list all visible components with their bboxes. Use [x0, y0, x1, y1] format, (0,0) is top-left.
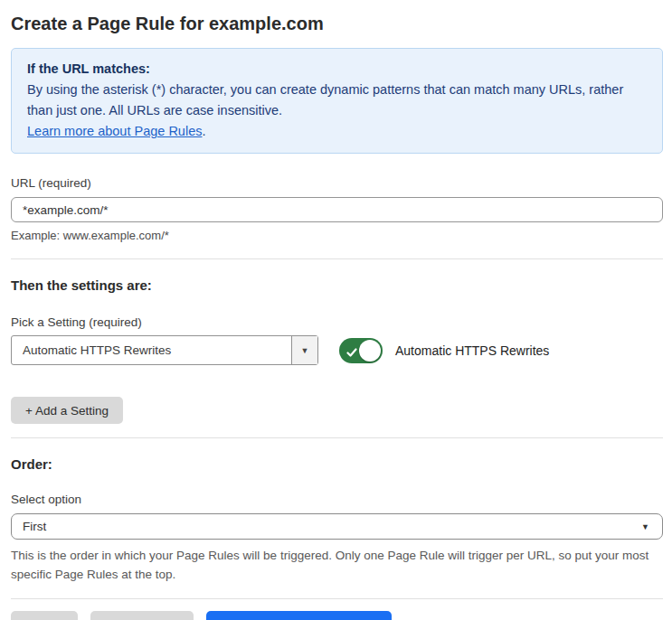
save-deploy-button[interactable]: Save and Deploy Page Rule: [206, 611, 393, 620]
url-label: URL (required): [11, 176, 663, 190]
pick-setting-label: Pick a Setting (required): [11, 315, 663, 329]
info-box-body: By using the asterisk (*) character, you…: [27, 80, 647, 121]
order-section-heading: Order:: [11, 456, 663, 472]
order-helper-text: This is the order in which your Page Rul…: [11, 546, 663, 584]
setting-dropdown[interactable]: Automatic HTTPS Rewrites ▼: [11, 335, 318, 365]
dropdown-arrow-button[interactable]: ▼: [291, 336, 317, 364]
select-option-label: Select option: [11, 493, 663, 506]
footer-actions: Cancel Save as Draft Save and Deploy Pag…: [11, 611, 663, 620]
checkmark-icon: [346, 345, 357, 362]
order-select[interactable]: First ▼: [11, 513, 663, 540]
info-box-link-line: Learn more about Page Rules.: [27, 121, 647, 142]
url-matches-info-box: If the URL matches: By using the asteris…: [11, 48, 663, 154]
learn-more-link[interactable]: Learn more about Page Rules: [27, 124, 202, 138]
setting-row: Automatic HTTPS Rewrites ▼ Automatic HTT…: [11, 335, 663, 365]
add-setting-button[interactable]: + Add a Setting: [11, 397, 123, 424]
create-page-rule-form: Create a Page Rule for example.com If th…: [0, 0, 672, 620]
dropdown-arrow-icon: ▼: [301, 346, 309, 355]
setting-dropdown-value: Automatic HTTPS Rewrites: [12, 336, 291, 364]
url-example-helper: Example: www.example.com/*: [11, 229, 663, 242]
divider: [11, 437, 663, 438]
setting-toggle-label: Automatic HTTPS Rewrites: [395, 343, 549, 358]
page-title: Create a Page Rule for example.com: [11, 13, 663, 34]
order-select-value: First: [23, 520, 46, 533]
cancel-button[interactable]: Cancel: [11, 611, 78, 620]
link-suffix: .: [202, 124, 205, 138]
save-draft-button[interactable]: Save as Draft: [90, 611, 194, 620]
info-box-heading: If the URL matches:: [27, 59, 647, 80]
setting-toggle[interactable]: [339, 338, 383, 363]
divider: [11, 598, 663, 599]
settings-section-heading: Then the settings are:: [11, 277, 663, 293]
url-input[interactable]: [11, 197, 663, 222]
toggle-knob: [359, 340, 381, 362]
select-chevron-icon: ▼: [641, 522, 649, 531]
divider: [11, 258, 663, 259]
